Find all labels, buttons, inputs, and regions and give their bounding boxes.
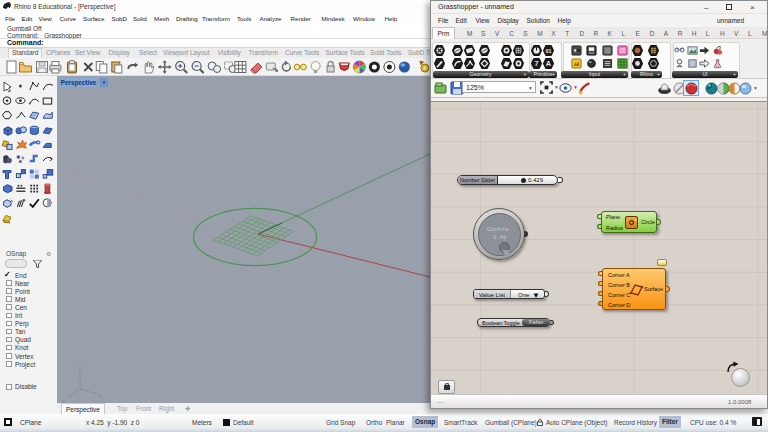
svg-text:7: 7 bbox=[534, 59, 538, 68]
svg-text:A: A bbox=[546, 59, 552, 68]
svg-text:x: x bbox=[99, 393, 102, 399]
svg-text:01: 01 bbox=[545, 48, 551, 54]
svg-text:z: z bbox=[78, 365, 81, 371]
